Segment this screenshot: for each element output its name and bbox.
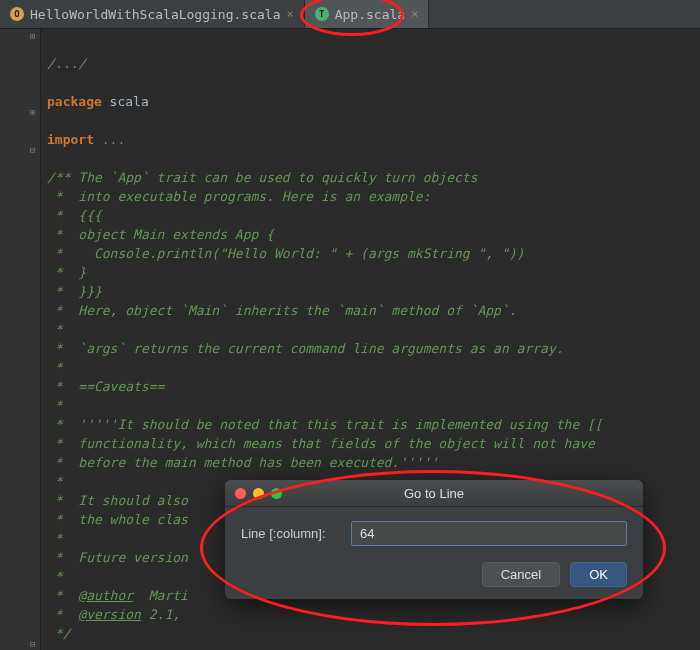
- line-field-label: Line [:column]:: [241, 526, 341, 541]
- keyword: package: [47, 94, 102, 109]
- line-number-input[interactable]: [351, 521, 627, 546]
- close-icon[interactable]: ×: [286, 7, 293, 21]
- trait-file-icon: T: [315, 7, 329, 21]
- dialog-title: Go to Line: [225, 486, 643, 501]
- fold-marker-icon[interactable]: ⊞: [30, 31, 35, 41]
- go-to-line-dialog: Go to Line Line [:column]: Cancel OK: [225, 480, 643, 599]
- tab-label: App.scala: [335, 7, 405, 22]
- fold-marker-icon[interactable]: ⊟: [30, 145, 35, 155]
- tab-label: HelloWorldWithScalaLogging.scala: [30, 7, 280, 22]
- folded-imports[interactable]: ...: [94, 132, 125, 147]
- tab-app[interactable]: T App.scala ×: [305, 0, 430, 28]
- object-file-icon: O: [10, 7, 24, 21]
- cancel-button[interactable]: Cancel: [482, 562, 560, 587]
- tab-helloworld[interactable]: O HelloWorldWithScalaLogging.scala ×: [0, 0, 305, 28]
- folded-block: /.../: [47, 56, 86, 71]
- ok-button[interactable]: OK: [570, 562, 627, 587]
- fold-marker-icon[interactable]: ⊞: [30, 107, 35, 117]
- code-text: scala: [102, 94, 149, 109]
- fold-marker-icon[interactable]: ⊟: [30, 639, 35, 649]
- keyword: import: [47, 132, 94, 147]
- dialog-titlebar[interactable]: Go to Line: [225, 480, 643, 507]
- close-icon[interactable]: ×: [411, 7, 418, 21]
- gutter: ⊞ ⊞ ⊟ ⊟: [0, 29, 41, 650]
- editor-tab-bar: O HelloWorldWithScalaLogging.scala × T A…: [0, 0, 700, 29]
